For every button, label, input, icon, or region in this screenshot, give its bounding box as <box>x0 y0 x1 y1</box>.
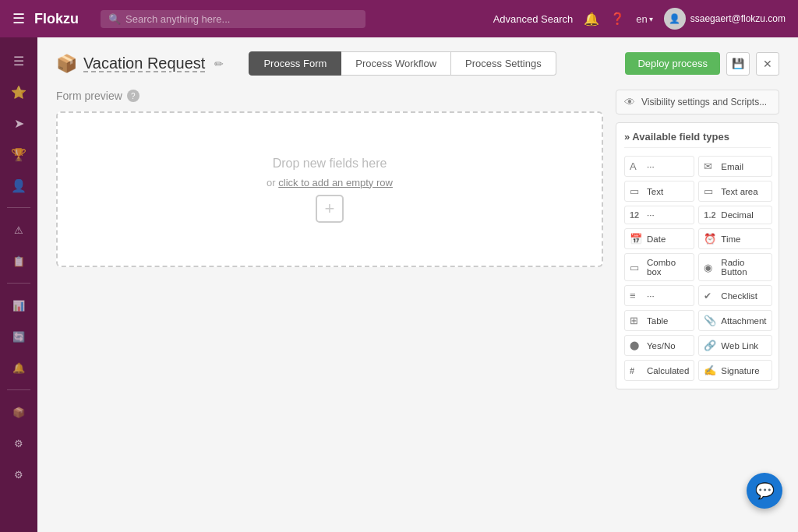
checklist-icon: ✔ <box>704 291 716 301</box>
sidebar-item-tasks[interactable]: 📋 <box>5 247 33 275</box>
close-button[interactable]: ✕ <box>756 52 779 76</box>
drop-zone-link: or click to add an empty row <box>267 177 393 188</box>
field-types-grid: A ··· ✉ Email ▭ Text ▭ <box>624 156 771 381</box>
field-type-table[interactable]: ⊞ Table <box>624 310 694 331</box>
field-types-panel: » Available field types A ··· ✉ Email ▭ <box>616 122 779 389</box>
form-preview-panel: Form preview ? Drop new fields here or c… <box>56 90 603 502</box>
attachment-icon: 📎 <box>704 315 716 326</box>
text-icon: ▭ <box>630 185 642 197</box>
top-navigation: ☰ Flokzu 🔍 Advanced Search 🔔 ❓ en ▾ 👤 ss… <box>0 0 798 37</box>
field-type-weblink[interactable]: 🔗 Web Link <box>698 335 772 356</box>
table-icon: ⊞ <box>630 315 642 326</box>
chat-icon: 💬 <box>755 481 775 500</box>
process-tabs: Process Form Process Workflow Process Se… <box>249 51 556 76</box>
sidebar-item-notifications[interactable]: 🔔 <box>5 354 33 382</box>
topnav-right: Advanced Search 🔔 ❓ en ▾ 👤 ssaegaert@flo… <box>493 8 786 30</box>
tab-process-settings[interactable]: Process Settings <box>451 51 556 76</box>
sidebar-item-alerts[interactable]: ⚠ <box>5 216 33 244</box>
field-type-signature[interactable]: ✍ Signature <box>698 360 772 381</box>
sidebar-item-settings-2[interactable]: ⚙ <box>5 460 33 488</box>
tab-process-workflow[interactable]: Process Workflow <box>341 51 451 76</box>
text-a-icon: A <box>630 160 642 172</box>
tab-process-form[interactable]: Process Form <box>249 51 341 76</box>
field-type-yesno[interactable]: ⬤ Yes/No <box>624 335 694 356</box>
close-icon: ✕ <box>763 58 772 70</box>
field-type-attachment[interactable]: 📎 Attachment <box>698 310 772 331</box>
field-type-date[interactable]: 📅 Date <box>624 228 694 249</box>
add-row-icon[interactable]: + <box>316 195 344 223</box>
combobox-icon: ▭ <box>630 262 642 273</box>
content-area: 📦 Vacation Request ✏ Process Form Proces… <box>37 37 798 532</box>
signature-icon: ✍ <box>704 365 716 376</box>
process-header: 📦 Vacation Request ✏ Process Form Proces… <box>56 51 779 76</box>
time-icon: ⏰ <box>704 233 716 245</box>
language-selector[interactable]: en ▾ <box>636 13 652 25</box>
field-type-radiobutton[interactable]: ◉ Radio Button <box>698 253 772 281</box>
field-type-list[interactable]: ≡ ··· <box>624 285 694 306</box>
sidebar-divider-1 <box>7 207 30 208</box>
textarea-icon: ▭ <box>704 185 716 197</box>
email-icon: ✉ <box>704 160 716 172</box>
right-panel: 👁 Visibility settings and Scripts... » A… <box>616 90 779 502</box>
search-bar[interactable]: 🔍 <box>101 10 365 28</box>
field-type-email[interactable]: ✉ Email <box>698 156 772 177</box>
user-email: ssaegaert@flokzu.com <box>690 13 786 24</box>
sidebar-item-trophy[interactable]: 🏆 <box>5 140 33 168</box>
save-button[interactable]: 💾 <box>726 52 750 76</box>
sidebar-item-profile[interactable]: 👤 <box>5 171 33 199</box>
sidebar: ☰ ⭐ ➤ 🏆 👤 ⚠ 📋 📊 🔄 🔔 📦 ⚙ ⚙ <box>0 37 37 532</box>
sidebar-item-menu[interactable]: ☰ <box>5 47 33 75</box>
form-area: Form preview ? Drop new fields here or c… <box>56 90 779 502</box>
form-preview-label: Form preview ? <box>56 90 603 102</box>
eye-icon: 👁 <box>624 96 635 108</box>
user-menu[interactable]: 👤 ssaegaert@flokzu.com <box>664 8 786 30</box>
search-icon: 🔍 <box>108 13 121 25</box>
field-type-integer[interactable]: 12 ··· <box>624 206 694 224</box>
form-preview-help-icon[interactable]: ? <box>127 90 139 102</box>
field-type-decimal[interactable]: 1.2 Decimal <box>698 206 772 224</box>
decimal-icon: 1.2 <box>704 210 716 220</box>
visibility-label: Visibility settings and Scripts... <box>641 97 767 107</box>
visibility-settings-bar[interactable]: 👁 Visibility settings and Scripts... <box>616 90 779 115</box>
process-title: Vacation Request <box>83 55 205 72</box>
sidebar-item-packages[interactable]: 📦 <box>5 398 33 426</box>
chat-fab-button[interactable]: 💬 <box>747 473 782 509</box>
field-type-combobox[interactable]: ▭ Combo box <box>624 253 694 281</box>
field-type-calculated[interactable]: # Calculated <box>624 360 694 381</box>
integer-icon: 12 <box>630 210 642 220</box>
yesno-icon: ⬤ <box>630 340 642 351</box>
process-title-edit-icon[interactable]: ✏ <box>214 58 224 70</box>
advanced-search-link[interactable]: Advanced Search <box>493 13 574 25</box>
sidebar-item-favorites[interactable]: ⭐ <box>5 78 33 106</box>
list-icon: ≡ <box>630 290 642 301</box>
notification-bell-icon[interactable]: 🔔 <box>584 12 599 26</box>
sidebar-divider-2 <box>7 283 30 284</box>
drop-zone-text: Drop new fields here <box>273 157 387 171</box>
field-type-textarea[interactable]: ▭ Text area <box>698 181 772 202</box>
date-icon: 📅 <box>630 233 642 245</box>
sidebar-divider-3 <box>7 389 30 390</box>
form-drop-zone[interactable]: Drop new fields here or click to add an … <box>56 111 603 267</box>
sidebar-item-send[interactable]: ➤ <box>5 109 33 137</box>
field-type-time[interactable]: ⏰ Time <box>698 228 772 249</box>
avatar: 👤 <box>664 8 686 30</box>
field-type-checklist[interactable]: ✔ Checklist <box>698 285 772 306</box>
add-empty-row-link[interactable]: click to add an empty row <box>278 177 393 188</box>
main-layout: ☰ ⭐ ➤ 🏆 👤 ⚠ 📋 📊 🔄 🔔 📦 ⚙ ⚙ 📦 Vacation Req… <box>0 37 798 532</box>
deploy-process-button[interactable]: Deploy process <box>625 52 720 75</box>
sidebar-item-reports[interactable]: 📊 <box>5 291 33 319</box>
field-type-text[interactable]: ▭ Text <box>624 181 694 202</box>
sidebar-item-integrations[interactable]: 🔄 <box>5 322 33 351</box>
field-type-text-a[interactable]: A ··· <box>624 156 694 177</box>
brand-logo: Flokzu <box>34 11 79 27</box>
calculated-icon: # <box>630 366 642 375</box>
weblink-icon: 🔗 <box>704 340 716 351</box>
hamburger-icon[interactable]: ☰ <box>12 10 25 27</box>
sidebar-item-settings-1[interactable]: ⚙ <box>5 429 33 457</box>
field-types-header: » Available field types <box>624 131 771 148</box>
search-input[interactable] <box>125 13 358 25</box>
save-icon: 💾 <box>732 58 744 69</box>
help-icon[interactable]: ❓ <box>610 12 625 26</box>
process-actions: Deploy process 💾 ✕ <box>625 52 779 76</box>
process-icon: 📦 <box>56 54 77 74</box>
